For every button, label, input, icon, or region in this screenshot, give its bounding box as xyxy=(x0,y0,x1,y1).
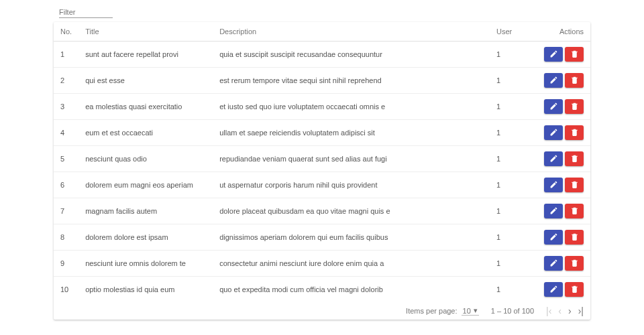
table-row: 10optio molestias id quia eumquo et expe… xyxy=(54,277,590,303)
col-header-user[interactable]: User xyxy=(490,22,530,42)
filter-input[interactable] xyxy=(59,7,113,18)
items-per-page-label: Items per page: xyxy=(406,307,457,315)
edit-button[interactable] xyxy=(544,204,563,218)
table-row: 6dolorem eum magni eos aperiamut asperna… xyxy=(54,172,590,198)
trash-icon xyxy=(570,232,579,243)
cell-no: 10 xyxy=(54,277,78,303)
edit-button[interactable] xyxy=(544,47,563,62)
cell-user: 1 xyxy=(490,224,530,251)
delete-button[interactable] xyxy=(565,47,584,62)
cell-title: nesciunt iure omnis dolorem te xyxy=(78,251,213,277)
filter-field xyxy=(54,7,590,18)
trash-icon xyxy=(570,50,579,60)
pencil-icon xyxy=(549,102,558,112)
pencil-icon xyxy=(549,232,558,243)
edit-button[interactable] xyxy=(544,151,563,166)
cell-user: 1 xyxy=(490,277,530,303)
pencil-icon xyxy=(549,285,558,295)
col-header-actions: Actions xyxy=(530,22,590,42)
chevron-down-icon: ▾ xyxy=(474,306,478,315)
table-row: 1sunt aut facere repellat proviquia et s… xyxy=(54,42,590,68)
pencil-icon xyxy=(549,154,558,164)
cell-user: 1 xyxy=(490,120,530,146)
delete-button[interactable] xyxy=(565,178,584,192)
col-header-desc[interactable]: Description xyxy=(213,22,490,42)
range-label: 1 – 10 of 100 xyxy=(491,307,534,315)
delete-button[interactable] xyxy=(565,125,584,140)
cell-desc: repudiandae veniam quaerat sunt sed alia… xyxy=(213,146,490,172)
pencil-icon xyxy=(549,128,558,138)
cell-no: 9 xyxy=(54,251,78,277)
page-size: Items per page: 10 ▾ xyxy=(406,306,479,316)
edit-button[interactable] xyxy=(544,178,563,192)
cell-no: 8 xyxy=(54,224,78,251)
cell-title: optio molestias id quia eum xyxy=(78,277,213,303)
last-page-button[interactable]: ›| xyxy=(578,306,584,316)
trash-icon xyxy=(570,206,579,216)
cell-no: 7 xyxy=(54,198,78,224)
delete-button[interactable] xyxy=(565,282,584,297)
page-size-value: 10 xyxy=(463,307,471,315)
pencil-icon xyxy=(549,180,558,190)
cell-user: 1 xyxy=(490,198,530,224)
trash-icon xyxy=(570,102,579,112)
cell-actions xyxy=(530,94,590,120)
trash-icon xyxy=(570,259,579,269)
delete-button[interactable] xyxy=(565,73,584,88)
cell-user: 1 xyxy=(490,146,530,172)
cell-desc: ullam et saepe reiciendis voluptatem adi… xyxy=(213,120,490,146)
edit-button[interactable] xyxy=(544,282,563,297)
edit-button[interactable] xyxy=(544,73,563,88)
cell-user: 1 xyxy=(490,94,530,120)
table-row: 7magnam facilis autemdolore placeat quib… xyxy=(54,198,590,224)
cell-title: sunt aut facere repellat provi xyxy=(78,42,213,68)
first-page-button[interactable]: |‹ xyxy=(546,306,551,316)
cell-no: 3 xyxy=(54,94,78,120)
cell-title: dolorem eum magni eos aperiam xyxy=(78,172,213,198)
cell-title: eum et est occaecati xyxy=(78,120,213,146)
delete-button[interactable] xyxy=(565,151,584,166)
edit-button[interactable] xyxy=(544,256,563,271)
edit-button[interactable] xyxy=(544,230,563,245)
cell-title: magnam facilis autem xyxy=(78,198,213,224)
data-table: No. Title Description User Actions 1sunt… xyxy=(54,22,590,302)
pencil-icon xyxy=(549,50,558,60)
paginator-nav: |‹ ‹ › ›| xyxy=(546,306,584,316)
cell-desc: ut aspernatur corporis harum nihil quis … xyxy=(213,172,490,198)
delete-button[interactable] xyxy=(565,99,584,114)
delete-button[interactable] xyxy=(565,204,584,218)
pencil-icon xyxy=(549,259,558,269)
delete-button[interactable] xyxy=(565,230,584,245)
cell-actions xyxy=(530,120,590,146)
delete-button[interactable] xyxy=(565,256,584,271)
paginator: Items per page: 10 ▾ 1 – 10 of 100 |‹ ‹ … xyxy=(54,302,590,320)
cell-desc: est rerum tempore vitae sequi sint nihil… xyxy=(213,68,490,94)
table-row: 2qui est esseest rerum tempore vitae seq… xyxy=(54,68,590,94)
cell-actions xyxy=(530,251,590,277)
cell-desc: et iusto sed quo iure voluptatem occaeca… xyxy=(213,94,490,120)
col-header-no[interactable]: No. xyxy=(54,22,78,42)
cell-user: 1 xyxy=(490,172,530,198)
edit-button[interactable] xyxy=(544,99,563,114)
prev-page-button[interactable]: ‹ xyxy=(558,306,561,316)
edit-button[interactable] xyxy=(544,125,563,140)
cell-title: nesciunt quas odio xyxy=(78,146,213,172)
page-size-select[interactable]: 10 ▾ xyxy=(462,306,479,316)
cell-actions xyxy=(530,224,590,251)
trash-icon xyxy=(570,76,579,86)
table-row: 9nesciunt iure omnis dolorem teconsectet… xyxy=(54,251,590,277)
next-page-button[interactable]: › xyxy=(568,306,572,316)
cell-actions xyxy=(530,198,590,224)
cell-user: 1 xyxy=(490,251,530,277)
cell-no: 4 xyxy=(54,120,78,146)
cell-actions xyxy=(530,42,590,68)
cell-desc: quia et suscipit suscipit recusandae con… xyxy=(213,42,490,68)
data-table-card: No. Title Description User Actions 1sunt… xyxy=(54,22,590,320)
trash-icon xyxy=(570,180,579,190)
cell-title: ea molestias quasi exercitatio xyxy=(78,94,213,120)
cell-no: 1 xyxy=(54,42,78,68)
col-header-title[interactable]: Title xyxy=(78,22,213,42)
cell-no: 5 xyxy=(54,146,78,172)
trash-icon xyxy=(570,128,579,138)
table-row: 8dolorem dolore est ipsamdignissimos ape… xyxy=(54,224,590,251)
